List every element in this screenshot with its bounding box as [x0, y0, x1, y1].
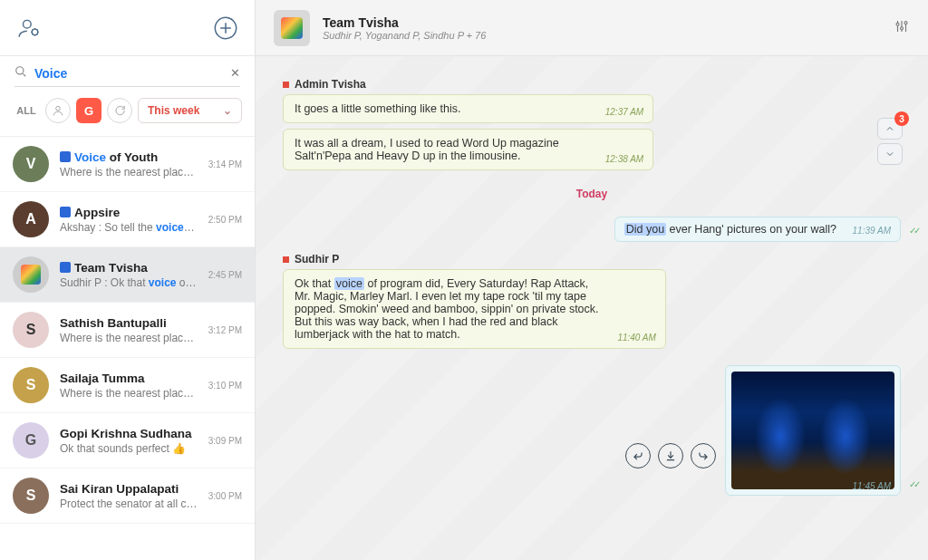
- message-bubble[interactable]: It was all a dream, I used to read Word …: [283, 129, 653, 170]
- scroll-down-button[interactable]: [877, 143, 903, 165]
- filter-people-icon[interactable]: [45, 98, 71, 123]
- chat-item[interactable]: Team Tvisha Sudhir P : Ok that voice of …: [0, 247, 255, 303]
- filter-all[interactable]: ALL: [13, 98, 40, 123]
- conversation-pane: Team Tvisha Sudhir P, Yoganand P, Sindhu…: [256, 0, 928, 560]
- scroll-badge: 3: [894, 111, 909, 126]
- attachment-row: 11:45 AM: [283, 365, 901, 496]
- date-divider: Today: [283, 187, 901, 200]
- filter-groups-icon[interactable]: G: [76, 98, 102, 123]
- chat-title: Appsire: [60, 206, 198, 219]
- chat-time: 2:45 PM: [208, 270, 242, 280]
- message-bubble[interactable]: It goes a little something like this. 12…: [283, 94, 653, 123]
- chat-title: Sai Kiran Uppalapati: [60, 482, 198, 496]
- svg-point-6: [901, 27, 904, 30]
- messages-area: 3 Admin Tvisha It goes a little somethin…: [256, 56, 928, 560]
- chat-preview: Sudhir P : Ok that voice of p...: [60, 276, 198, 289]
- chevron-down-icon: ⌄: [223, 104, 232, 117]
- attachment-tools: [625, 443, 716, 468]
- chat-title: Sathish Bantupalli: [60, 316, 198, 330]
- chat-title: Sailaja Tumma: [60, 372, 198, 385]
- group-badge-icon: [60, 207, 71, 217]
- profile-settings-icon[interactable]: [16, 15, 42, 41]
- sidebar-topbar: [0, 0, 255, 56]
- forward-icon[interactable]: [691, 443, 716, 468]
- avatar: S: [13, 312, 49, 348]
- chat-title: Gopi Krishna Sudhana: [60, 427, 198, 440]
- chat-preview: Akshay : So tell the voice of...: [60, 221, 198, 234]
- chat-item[interactable]: V Voice of Youth Where is the nearest pl…: [0, 137, 255, 192]
- search-clear-icon[interactable]: ✕: [230, 66, 240, 80]
- search-field[interactable]: ✕: [14, 65, 240, 87]
- reply-icon[interactable]: [625, 443, 651, 468]
- message-timestamp: 11:39 AM: [853, 226, 891, 236]
- scroll-up-button[interactable]: 3: [877, 118, 903, 140]
- message-text: Ok that voice of program did, Every Satu…: [295, 277, 599, 341]
- chat-title: Voice of Youth: [60, 150, 198, 164]
- group-members: Sudhir P, Yoganand P, Sindhu P + 76: [323, 30, 486, 41]
- avatar: [13, 256, 49, 293]
- sender-label: Admin Tvisha: [283, 78, 901, 91]
- group-avatar[interactable]: [274, 10, 310, 46]
- chat-time: 3:10 PM: [208, 381, 242, 391]
- message-bubble-outgoing[interactable]: Did you ever Hang' pictures on your wall…: [614, 217, 901, 242]
- image-message-bubble[interactable]: 11:45 AM: [725, 365, 901, 496]
- avatar: A: [13, 201, 49, 237]
- chat-preview: Ok that sounds perfect 👍: [60, 442, 198, 455]
- chat-time: 2:50 PM: [208, 215, 242, 225]
- chat-time: 3:12 PM: [208, 325, 242, 335]
- sender-marker-icon: [283, 256, 289, 263]
- group-badge-icon: [60, 262, 71, 273]
- svg-point-4: [56, 106, 61, 111]
- filter-date-label: This week: [148, 104, 199, 117]
- message-text: Did you ever Hang' pictures on your wall…: [624, 223, 836, 236]
- chat-preview: Where is the nearest place to...: [60, 166, 198, 179]
- svg-point-3: [16, 67, 24, 74]
- search-container: ✕: [0, 56, 255, 87]
- svg-point-7: [904, 22, 907, 24]
- message-text: It was all a dream, I used to read Word …: [295, 137, 559, 162]
- settings-icon[interactable]: [894, 18, 910, 37]
- message-timestamp: 12:37 AM: [605, 107, 643, 117]
- avatar: V: [13, 146, 49, 182]
- message-timestamp: 11:45 AM: [853, 481, 891, 491]
- filter-messages-icon[interactable]: [107, 98, 132, 123]
- chat-item[interactable]: S Sai Kiran Uppalapati Protect the senat…: [0, 468, 255, 524]
- chat-time: 3:00 PM: [208, 491, 242, 501]
- avatar: S: [13, 478, 49, 514]
- image-attachment[interactable]: [731, 372, 894, 489]
- chat-item[interactable]: G Gopi Krishna Sudhana Ok that sounds pe…: [0, 413, 255, 468]
- message-timestamp: 12:38 AM: [605, 154, 643, 164]
- message-timestamp: 11:40 AM: [617, 333, 655, 343]
- chat-item[interactable]: A Appsire Akshay : So tell the voice of.…: [0, 192, 255, 247]
- message-text: It goes a little something like this.: [295, 102, 460, 115]
- chat-title: Team Tvisha: [60, 261, 198, 275]
- chat-preview: Protect the senator at all costs.: [60, 497, 198, 510]
- new-chat-icon[interactable]: [213, 15, 238, 41]
- chat-time: 3:09 PM: [208, 436, 242, 446]
- sidebar: ✕ ALL G This week ⌄ V Voice of Youth Whe…: [0, 0, 256, 560]
- avatar: G: [13, 422, 49, 459]
- svg-point-0: [24, 20, 32, 28]
- svg-point-5: [896, 23, 899, 25]
- filter-date-dropdown[interactable]: This week ⌄: [138, 98, 242, 123]
- search-input[interactable]: [27, 66, 230, 81]
- group-name: Team Tvisha: [323, 15, 486, 30]
- chat-item[interactable]: S Sailaja Tumma Where is the nearest pla…: [0, 358, 255, 413]
- chat-item[interactable]: S Sathish Bantupalli Where is the neares…: [0, 303, 255, 358]
- chat-preview: Where is the nearest place to...: [60, 332, 198, 344]
- chat-list: V Voice of Youth Where is the nearest pl…: [0, 137, 255, 560]
- download-icon[interactable]: [658, 443, 683, 468]
- chat-preview: Where is the nearest place to...: [60, 387, 198, 400]
- search-icon: [14, 65, 27, 81]
- sender-marker-icon: [283, 82, 289, 88]
- sender-label: Sudhir P: [283, 253, 901, 266]
- chat-header: Team Tvisha Sudhir P, Yoganand P, Sindhu…: [256, 0, 928, 56]
- avatar: S: [13, 367, 49, 403]
- filter-row: ALL G This week ⌄: [0, 87, 255, 137]
- chat-time: 3:14 PM: [208, 159, 242, 169]
- group-badge-icon: [60, 151, 71, 162]
- scroll-nav: 3: [877, 118, 903, 165]
- message-bubble[interactable]: Ok that voice of program did, Every Satu…: [283, 269, 666, 349]
